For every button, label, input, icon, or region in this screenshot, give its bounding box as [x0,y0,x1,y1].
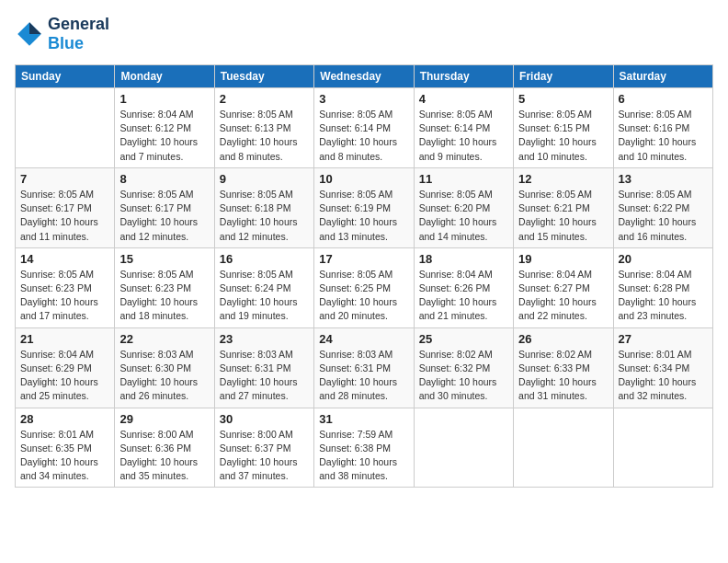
calendar-week-5: 28Sunrise: 8:01 AMSunset: 6:35 PMDayligh… [16,408,713,488]
day-number: 19 [518,252,608,266]
calendar-cell: 21Sunrise: 8:04 AMSunset: 6:29 PMDayligh… [16,327,115,408]
day-info: Sunrise: 8:05 AMSunset: 6:23 PMDaylight:… [119,268,209,324]
day-info: Sunrise: 8:05 AMSunset: 6:15 PMDaylight:… [518,108,608,164]
calendar-cell: 2Sunrise: 8:05 AMSunset: 6:13 PMDaylight… [214,88,313,168]
day-number: 22 [119,332,209,346]
day-info: Sunrise: 8:04 AMSunset: 6:26 PMDaylight:… [419,268,508,324]
calendar-week-3: 14Sunrise: 8:05 AMSunset: 6:23 PMDayligh… [16,247,713,327]
day-number: 5 [518,92,608,106]
day-number: 20 [619,252,708,266]
day-number: 29 [119,412,209,426]
day-number: 7 [20,172,109,186]
calendar-cell: 22Sunrise: 8:03 AMSunset: 6:30 PMDayligh… [115,327,214,408]
calendar-header-monday: Monday [115,65,214,88]
day-info: Sunrise: 8:05 AMSunset: 6:17 PMDaylight:… [119,188,209,244]
day-info: Sunrise: 8:05 AMSunset: 6:18 PMDaylight:… [220,188,309,244]
day-info: Sunrise: 8:03 AMSunset: 6:30 PMDaylight:… [119,348,209,404]
day-number: 31 [319,412,408,426]
calendar-cell: 23Sunrise: 8:03 AMSunset: 6:31 PMDayligh… [214,327,313,408]
day-info: Sunrise: 8:05 AMSunset: 6:16 PMDaylight:… [619,108,708,164]
day-number: 14 [20,252,109,266]
calendar-cell: 13Sunrise: 8:05 AMSunset: 6:22 PMDayligh… [613,167,712,247]
calendar-cell: 8Sunrise: 8:05 AMSunset: 6:17 PMDaylight… [115,167,214,247]
day-number: 11 [419,172,508,186]
day-number: 17 [319,252,408,266]
svg-marker-1 [29,22,41,34]
day-number: 4 [419,92,508,106]
logo: General Blue [15,15,109,53]
day-number: 8 [119,172,209,186]
calendar-cell: 28Sunrise: 8:01 AMSunset: 6:35 PMDayligh… [16,408,115,488]
logo-text: General Blue [48,15,109,53]
day-info: Sunrise: 8:05 AMSunset: 6:13 PMDaylight:… [220,108,309,164]
calendar-body: 1Sunrise: 8:04 AMSunset: 6:12 PMDaylight… [16,88,713,488]
calendar-header-tuesday: Tuesday [214,65,313,88]
day-number: 16 [220,252,309,266]
calendar-cell: 16Sunrise: 8:05 AMSunset: 6:24 PMDayligh… [214,247,313,327]
logo-icon [15,19,44,49]
day-info: Sunrise: 8:03 AMSunset: 6:31 PMDaylight:… [220,348,309,404]
calendar-cell [514,408,613,488]
day-number: 3 [319,92,408,106]
day-number: 9 [220,172,309,186]
day-info: Sunrise: 8:05 AMSunset: 6:25 PMDaylight:… [319,268,408,324]
calendar-cell: 26Sunrise: 8:02 AMSunset: 6:33 PMDayligh… [514,327,613,408]
day-info: Sunrise: 8:05 AMSunset: 6:23 PMDaylight:… [20,268,109,324]
day-number: 2 [220,92,309,106]
calendar-cell: 14Sunrise: 8:05 AMSunset: 6:23 PMDayligh… [16,247,115,327]
day-info: Sunrise: 8:03 AMSunset: 6:31 PMDaylight:… [319,348,408,404]
day-info: Sunrise: 8:02 AMSunset: 6:33 PMDaylight:… [518,348,608,404]
calendar-header-wednesday: Wednesday [314,65,414,88]
calendar-cell: 5Sunrise: 8:05 AMSunset: 6:15 PMDaylight… [514,88,613,168]
day-number: 28 [20,412,109,426]
day-number: 24 [319,332,408,346]
calendar-cell [613,408,712,488]
calendar-week-2: 7Sunrise: 8:05 AMSunset: 6:17 PMDaylight… [16,167,713,247]
calendar-header-sunday: Sunday [16,65,115,88]
day-info: Sunrise: 8:04 AMSunset: 6:27 PMDaylight:… [518,268,608,324]
day-number: 23 [220,332,309,346]
day-info: Sunrise: 8:02 AMSunset: 6:32 PMDaylight:… [419,348,508,404]
calendar-cell: 30Sunrise: 8:00 AMSunset: 6:37 PMDayligh… [214,408,313,488]
day-number: 26 [518,332,608,346]
day-number: 30 [220,412,309,426]
calendar-table: SundayMondayTuesdayWednesdayThursdayFrid… [15,64,713,488]
calendar-cell: 9Sunrise: 8:05 AMSunset: 6:18 PMDaylight… [214,167,313,247]
day-number: 13 [619,172,708,186]
calendar-cell: 27Sunrise: 8:01 AMSunset: 6:34 PMDayligh… [613,327,712,408]
calendar-cell: 24Sunrise: 8:03 AMSunset: 6:31 PMDayligh… [314,327,414,408]
page-header: General Blue [15,15,713,53]
day-number: 18 [419,252,508,266]
calendar-cell: 31Sunrise: 7:59 AMSunset: 6:38 PMDayligh… [314,408,414,488]
day-info: Sunrise: 8:04 AMSunset: 6:29 PMDaylight:… [20,348,109,404]
calendar-cell: 6Sunrise: 8:05 AMSunset: 6:16 PMDaylight… [613,88,712,168]
day-number: 12 [518,172,608,186]
day-number: 21 [20,332,109,346]
calendar-cell: 15Sunrise: 8:05 AMSunset: 6:23 PMDayligh… [115,247,214,327]
calendar-header-saturday: Saturday [613,65,712,88]
day-number: 1 [119,92,209,106]
day-info: Sunrise: 7:59 AMSunset: 6:38 PMDaylight:… [319,428,408,484]
calendar-cell: 12Sunrise: 8:05 AMSunset: 6:21 PMDayligh… [514,167,613,247]
calendar-cell [414,408,513,488]
calendar-cell: 3Sunrise: 8:05 AMSunset: 6:14 PMDaylight… [314,88,414,168]
calendar-cell: 1Sunrise: 8:04 AMSunset: 6:12 PMDaylight… [115,88,214,168]
calendar-cell: 19Sunrise: 8:04 AMSunset: 6:27 PMDayligh… [514,247,613,327]
calendar-cell: 20Sunrise: 8:04 AMSunset: 6:28 PMDayligh… [613,247,712,327]
calendar-header-friday: Friday [514,65,613,88]
day-info: Sunrise: 8:05 AMSunset: 6:14 PMDaylight:… [319,108,408,164]
calendar-cell: 17Sunrise: 8:05 AMSunset: 6:25 PMDayligh… [314,247,414,327]
day-number: 6 [619,92,708,106]
day-info: Sunrise: 8:00 AMSunset: 6:37 PMDaylight:… [220,428,309,484]
calendar-cell: 4Sunrise: 8:05 AMSunset: 6:14 PMDaylight… [414,88,513,168]
day-info: Sunrise: 8:01 AMSunset: 6:35 PMDaylight:… [20,428,109,484]
day-info: Sunrise: 8:04 AMSunset: 6:12 PMDaylight:… [119,108,209,164]
day-number: 27 [619,332,708,346]
calendar-cell: 29Sunrise: 8:00 AMSunset: 6:36 PMDayligh… [115,408,214,488]
calendar-header-row: SundayMondayTuesdayWednesdayThursdayFrid… [16,65,713,88]
calendar-week-1: 1Sunrise: 8:04 AMSunset: 6:12 PMDaylight… [16,88,713,168]
day-number: 15 [119,252,209,266]
day-info: Sunrise: 8:05 AMSunset: 6:24 PMDaylight:… [220,268,309,324]
calendar-cell [16,88,115,168]
calendar-cell: 7Sunrise: 8:05 AMSunset: 6:17 PMDaylight… [16,167,115,247]
